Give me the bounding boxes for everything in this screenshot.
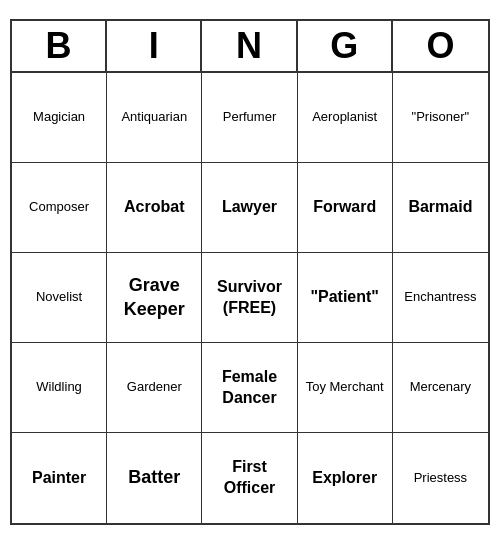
bingo-cell: Acrobat bbox=[107, 163, 202, 253]
bingo-cell: Mercenary bbox=[393, 343, 488, 433]
header-letter: I bbox=[107, 21, 202, 71]
bingo-cell: Batter bbox=[107, 433, 202, 523]
bingo-cell: Painter bbox=[12, 433, 107, 523]
bingo-cell: Novelist bbox=[12, 253, 107, 343]
header-letter: N bbox=[202, 21, 297, 71]
bingo-cell: Lawyer bbox=[202, 163, 297, 253]
bingo-cell: "Prisoner" bbox=[393, 73, 488, 163]
bingo-cell: Enchantress bbox=[393, 253, 488, 343]
bingo-grid: MagicianAntiquarianPerfumerAeroplanist"P… bbox=[12, 73, 488, 523]
header-letter: B bbox=[12, 21, 107, 71]
bingo-cell: "Patient" bbox=[298, 253, 393, 343]
bingo-cell: Barmaid bbox=[393, 163, 488, 253]
bingo-header: BINGO bbox=[12, 21, 488, 73]
bingo-cell: Survivor (FREE) bbox=[202, 253, 297, 343]
bingo-cell: Perfumer bbox=[202, 73, 297, 163]
bingo-cell: First Officer bbox=[202, 433, 297, 523]
bingo-cell: Priestess bbox=[393, 433, 488, 523]
header-letter: O bbox=[393, 21, 488, 71]
bingo-cell: Toy Merchant bbox=[298, 343, 393, 433]
bingo-cell: Aeroplanist bbox=[298, 73, 393, 163]
bingo-cell: Gardener bbox=[107, 343, 202, 433]
bingo-cell: Female Dancer bbox=[202, 343, 297, 433]
header-letter: G bbox=[298, 21, 393, 71]
bingo-cell: Wildling bbox=[12, 343, 107, 433]
bingo-cell: Magician bbox=[12, 73, 107, 163]
bingo-cell: Antiquarian bbox=[107, 73, 202, 163]
bingo-cell: Forward bbox=[298, 163, 393, 253]
bingo-cell: Explorer bbox=[298, 433, 393, 523]
bingo-cell: Composer bbox=[12, 163, 107, 253]
bingo-cell: Grave Keeper bbox=[107, 253, 202, 343]
bingo-card: BINGO MagicianAntiquarianPerfumerAeropla… bbox=[10, 19, 490, 525]
